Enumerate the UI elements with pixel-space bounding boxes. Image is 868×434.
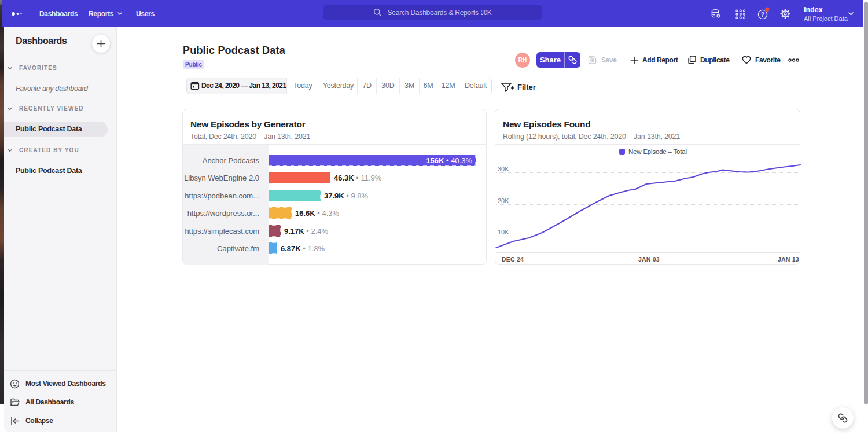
svg-text:?: ? (761, 11, 764, 18)
